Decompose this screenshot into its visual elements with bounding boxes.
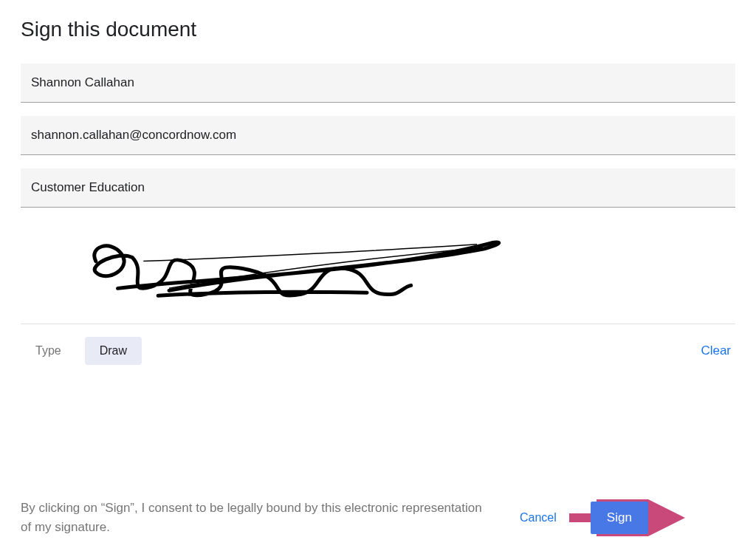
clear-button[interactable]: Clear <box>696 336 735 366</box>
company-field[interactable] <box>21 168 735 208</box>
consent-text: By clicking on “Sign”, I consent to be l… <box>21 499 493 536</box>
name-field[interactable] <box>21 64 735 103</box>
signature-canvas[interactable] <box>21 221 735 324</box>
page-title: Sign this document <box>21 18 735 41</box>
signature-drawing-icon <box>21 221 735 324</box>
signature-mode-row: Type Draw Clear <box>21 330 735 372</box>
cancel-button[interactable]: Cancel <box>508 504 568 532</box>
mode-type-button[interactable]: Type <box>21 337 76 365</box>
mode-draw-button[interactable]: Draw <box>85 337 142 365</box>
email-field[interactable] <box>21 116 735 155</box>
sign-button[interactable]: Sign <box>591 502 648 534</box>
footer-row: By clicking on “Sign”, I consent to be l… <box>21 499 735 536</box>
